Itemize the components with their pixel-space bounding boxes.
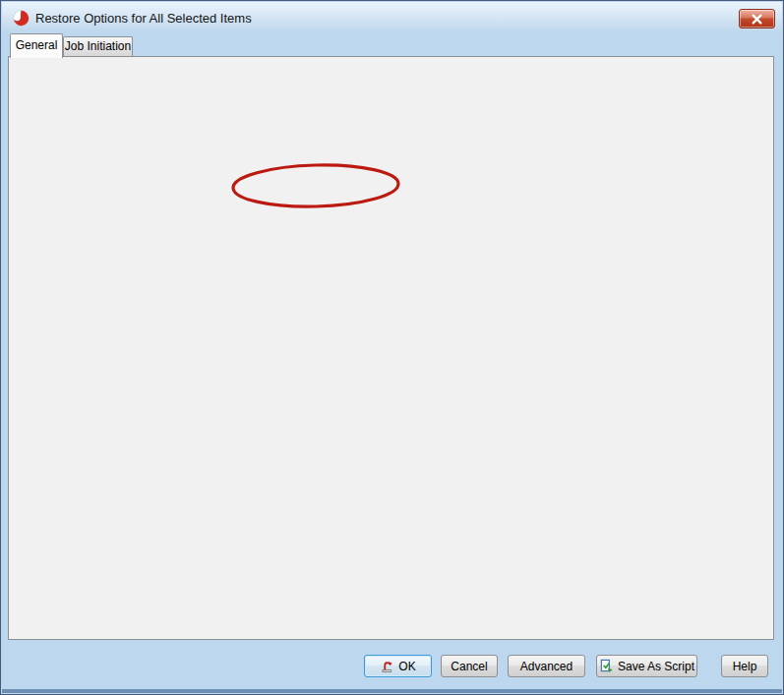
- advanced-button[interactable]: Advanced: [508, 655, 585, 677]
- tab-general[interactable]: General: [10, 33, 63, 58]
- app-logo-icon: [13, 10, 30, 27]
- advanced-button-label: Advanced: [520, 660, 573, 673]
- window-frame-bottom: [2, 689, 782, 693]
- ok-button-label: OK: [398, 660, 415, 673]
- help-button-label: Help: [733, 660, 757, 673]
- general-tab-page: [8, 56, 774, 640]
- restore-options-dialog: Restore Options for All Selected Items G…: [0, 0, 784, 695]
- save-as-script-button-label: Save As Script: [618, 660, 694, 673]
- tab-job-initiation[interactable]: Job Initiation: [63, 36, 133, 56]
- close-icon: [752, 14, 762, 25]
- ok-button[interactable]: OK: [364, 655, 432, 677]
- save-as-script-button[interactable]: Save As Script: [596, 655, 697, 677]
- cancel-button-label: Cancel: [451, 660, 487, 673]
- help-button[interactable]: Help: [721, 655, 768, 677]
- window-title: Restore Options for All Selected Items: [35, 11, 252, 26]
- cancel-button[interactable]: Cancel: [441, 655, 498, 677]
- titlebar[interactable]: Restore Options for All Selected Items: [2, 2, 782, 32]
- ok-stamp-icon: [380, 659, 394, 673]
- close-button[interactable]: [739, 9, 775, 29]
- script-document-icon: [599, 659, 614, 673]
